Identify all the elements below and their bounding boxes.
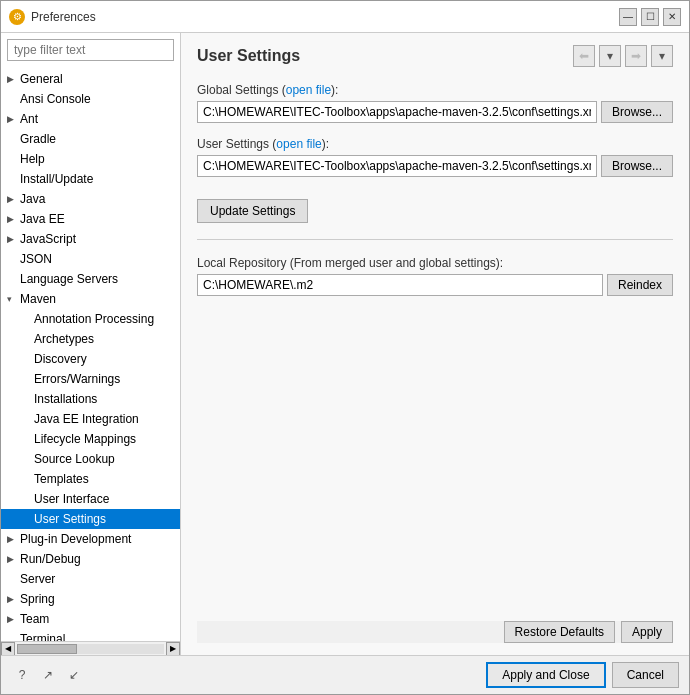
- filter-input[interactable]: [7, 39, 174, 61]
- export-button[interactable]: ↗: [37, 664, 59, 686]
- user-settings-field[interactable]: [197, 155, 597, 177]
- tree-item-run-debug[interactable]: ▶Run/Debug: [1, 549, 180, 569]
- tree-item-javascript[interactable]: ▶JavaScript: [1, 229, 180, 249]
- forward-button[interactable]: ➡: [625, 45, 647, 67]
- user-settings-browse-button[interactable]: Browse...: [601, 155, 673, 177]
- scroll-right-btn[interactable]: ▶: [166, 642, 180, 656]
- section-divider: [197, 239, 673, 240]
- tree-expand-icon: ▶: [7, 534, 17, 544]
- import-icon: ↙: [69, 668, 79, 682]
- restore-defaults-button[interactable]: Restore Defaults: [504, 621, 615, 643]
- maximize-button[interactable]: ☐: [641, 8, 659, 26]
- tree-item-help[interactable]: Help: [1, 149, 180, 169]
- help-button[interactable]: ?: [11, 664, 33, 686]
- close-button[interactable]: ✕: [663, 8, 681, 26]
- tree-expand-icon: ▶: [7, 594, 17, 604]
- tree-item-label: Install/Update: [20, 172, 93, 186]
- tree-item-label: Server: [20, 572, 55, 586]
- right-panel: User Settings ⬅ ▾ ➡ ▾ Global Settings (o…: [181, 33, 689, 655]
- tree-item-label: Annotation Processing: [34, 312, 154, 326]
- import-button[interactable]: ↙: [63, 664, 85, 686]
- help-icon: ?: [19, 668, 26, 682]
- global-settings-label: Global Settings (open file):: [197, 83, 673, 97]
- tree-item-label: Plug-in Development: [20, 532, 131, 546]
- horizontal-scrollbar[interactable]: ◀ ▶: [1, 641, 180, 655]
- tree-item-java[interactable]: ▶Java: [1, 189, 180, 209]
- tree-item-install-update[interactable]: Install/Update: [1, 169, 180, 189]
- tree-item-gradle[interactable]: Gradle: [1, 129, 180, 149]
- tree-expand-icon: ▶: [7, 194, 17, 204]
- tree-item-spring[interactable]: ▶Spring: [1, 589, 180, 609]
- tree-area: ▶GeneralAnsi Console▶AntGradleHelpInstal…: [1, 67, 180, 641]
- tree-item-label: Team: [20, 612, 49, 626]
- tree-item-templates[interactable]: Templates: [1, 469, 180, 489]
- tree-item-label: Run/Debug: [20, 552, 81, 566]
- tree-item-server[interactable]: Server: [1, 569, 180, 589]
- global-settings-field[interactable]: [197, 101, 597, 123]
- user-settings-input-row: Browse...: [197, 155, 673, 177]
- apply-and-close-button[interactable]: Apply and Close: [486, 662, 605, 688]
- tree-item-label: Templates: [34, 472, 89, 486]
- panel-title: User Settings: [197, 47, 300, 65]
- tree-expand-icon: ▾: [7, 294, 17, 304]
- tree-item-label: Spring: [20, 592, 55, 606]
- tree-item-java-ee[interactable]: ▶Java EE: [1, 209, 180, 229]
- tree-item-label: Java EE Integration: [34, 412, 139, 426]
- scroll-thumb[interactable]: [17, 644, 77, 654]
- tree-item-lifecycle-mappings[interactable]: Lifecycle Mappings: [1, 429, 180, 449]
- tree-item-source-lookup[interactable]: Source Lookup: [1, 449, 180, 469]
- global-settings-input-row: Browse...: [197, 101, 673, 123]
- preferences-window: ⚙ Preferences — ☐ ✕ ▶GeneralAnsi Console…: [0, 0, 690, 695]
- tree-item-maven[interactable]: ▾Maven: [1, 289, 180, 309]
- global-settings-link[interactable]: open file: [286, 83, 331, 97]
- tree-item-json[interactable]: JSON: [1, 249, 180, 269]
- title-bar-left: ⚙ Preferences: [9, 9, 96, 25]
- left-panel: ▶GeneralAnsi Console▶AntGradleHelpInstal…: [1, 33, 181, 655]
- tree-item-label: Gradle: [20, 132, 56, 146]
- tree-item-label: Help: [20, 152, 45, 166]
- tree-item-plug-in-development[interactable]: ▶Plug-in Development: [1, 529, 180, 549]
- minimize-button[interactable]: —: [619, 8, 637, 26]
- user-settings-link[interactable]: open file: [276, 137, 321, 151]
- tree-item-discovery[interactable]: Discovery: [1, 349, 180, 369]
- nav-dropdown-1[interactable]: ▾: [599, 45, 621, 67]
- tree-item-label: Source Lookup: [34, 452, 115, 466]
- tree-item-archetypes[interactable]: Archetypes: [1, 329, 180, 349]
- tree-item-label: JSON: [20, 252, 52, 266]
- local-repo-field[interactable]: [197, 274, 603, 296]
- tree-item-java-ee-integration[interactable]: Java EE Integration: [1, 409, 180, 429]
- tree-item-user-settings[interactable]: User Settings: [1, 509, 180, 529]
- scroll-left-btn[interactable]: ◀: [1, 642, 15, 656]
- tree-item-label: Maven: [20, 292, 56, 306]
- local-repo-input-row: Reindex: [197, 274, 673, 296]
- apply-button[interactable]: Apply: [621, 621, 673, 643]
- title-bar: ⚙ Preferences — ☐ ✕: [1, 1, 689, 33]
- tree-expand-icon: ▶: [7, 214, 17, 224]
- back-button[interactable]: ⬅: [573, 45, 595, 67]
- update-settings-button[interactable]: Update Settings: [197, 199, 308, 223]
- cancel-button[interactable]: Cancel: [612, 662, 679, 688]
- tree-item-user-interface[interactable]: User Interface: [1, 489, 180, 509]
- tree-item-terminal[interactable]: Terminal: [1, 629, 180, 641]
- scroll-track: [17, 644, 164, 654]
- global-settings-section: Global Settings (open file): Browse...: [197, 83, 673, 123]
- tree-item-language-servers[interactable]: Language Servers: [1, 269, 180, 289]
- footer-icons: ? ↗ ↙: [11, 664, 85, 686]
- restore-apply-row: Restore Defaults Apply: [197, 621, 673, 643]
- tree-item-label: Java EE: [20, 212, 65, 226]
- tree-expand-icon: ▶: [7, 74, 17, 84]
- back-icon: ⬅: [579, 49, 589, 63]
- tree-item-errors-warnings[interactable]: Errors/Warnings: [1, 369, 180, 389]
- tree-item-annotation-processing[interactable]: Annotation Processing: [1, 309, 180, 329]
- tree-item-label: Terminal: [20, 632, 65, 641]
- tree-item-team[interactable]: ▶Team: [1, 609, 180, 629]
- global-settings-browse-button[interactable]: Browse...: [601, 101, 673, 123]
- tree-item-label: Archetypes: [34, 332, 94, 346]
- tree-item-installations[interactable]: Installations: [1, 389, 180, 409]
- nav-buttons: ⬅ ▾ ➡ ▾: [573, 45, 673, 67]
- nav-dropdown-2[interactable]: ▾: [651, 45, 673, 67]
- reindex-button[interactable]: Reindex: [607, 274, 673, 296]
- tree-item-general[interactable]: ▶General: [1, 69, 180, 89]
- tree-item-ansi-console[interactable]: Ansi Console: [1, 89, 180, 109]
- tree-item-ant[interactable]: ▶Ant: [1, 109, 180, 129]
